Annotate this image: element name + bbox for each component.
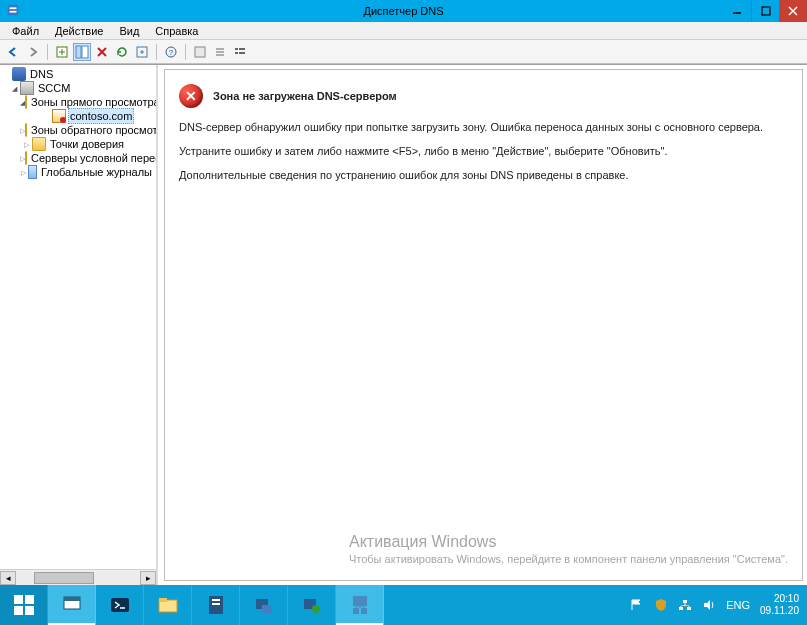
error-paragraph: Устраните ошибку и затем либо нажмите <F… xyxy=(179,144,788,158)
new-button[interactable] xyxy=(53,43,71,61)
server-manager-icon xyxy=(60,593,84,617)
windows-icon xyxy=(12,593,36,617)
svg-rect-1 xyxy=(10,7,17,9)
tree-reverse-zones[interactable]: Зоны обратного просмотра xyxy=(0,123,156,137)
refresh-button[interactable] xyxy=(113,43,131,61)
tree-panel: DNS SCCM Зоны прямого просмотра contoso.… xyxy=(0,65,158,585)
tree-label: Серверы условной пересылки xyxy=(29,151,156,165)
help-button[interactable]: ? xyxy=(162,43,180,61)
list2-icon xyxy=(233,45,247,59)
list1-icon xyxy=(213,45,227,59)
menu-view[interactable]: Вид xyxy=(111,23,147,39)
menu-action[interactable]: Действие xyxy=(47,23,111,39)
view-details-button[interactable] xyxy=(231,43,249,61)
title-bar: Диспетчер DNS xyxy=(0,0,807,22)
tray-clock[interactable]: 20:10 09.11.20 xyxy=(760,593,799,617)
svg-text:?: ? xyxy=(169,48,174,57)
close-button[interactable] xyxy=(779,0,807,22)
scroll-right-button[interactable]: ▸ xyxy=(140,571,156,585)
help-icon: ? xyxy=(164,45,178,59)
tree-label: Глобальные журналы xyxy=(39,165,154,179)
tray-sound-icon[interactable] xyxy=(702,598,716,612)
scroll-left-button[interactable]: ◂ xyxy=(0,571,16,585)
app-icon xyxy=(6,3,20,17)
watermark-text: Чтобы активировать Windows, перейдите в … xyxy=(349,553,788,566)
tree-horizontal-scrollbar[interactable]: ◂ ▸ xyxy=(0,569,156,585)
svg-rect-35 xyxy=(353,608,359,614)
task-app-1[interactable] xyxy=(192,585,240,625)
error-body: DNS-сервер обнаружил ошибку при попытке … xyxy=(179,120,788,182)
menu-file[interactable]: Файл xyxy=(4,23,47,39)
forward-button[interactable] xyxy=(24,43,42,61)
error-paragraph: DNS-сервер обнаружил ошибку при попытке … xyxy=(179,120,788,134)
task-explorer[interactable] xyxy=(144,585,192,625)
view-list-button[interactable] xyxy=(211,43,229,61)
filter-icon xyxy=(193,45,207,59)
zone-error-icon xyxy=(52,109,66,123)
folder-icon xyxy=(25,123,27,137)
folder-icon xyxy=(25,95,27,109)
svg-rect-19 xyxy=(25,595,34,604)
tree-trust-points[interactable]: Точки доверия xyxy=(0,137,156,151)
dns-manager-icon xyxy=(348,593,372,617)
maximize-button[interactable] xyxy=(751,0,779,22)
tree-zone-contoso[interactable]: contoso.com xyxy=(0,109,156,123)
minimize-button[interactable] xyxy=(723,0,751,22)
task-dns-manager[interactable] xyxy=(336,585,384,625)
svg-rect-21 xyxy=(25,606,34,615)
tray-flag-icon[interactable] xyxy=(630,598,644,612)
delete-icon xyxy=(95,45,109,59)
folder-icon xyxy=(32,137,46,151)
server-icon xyxy=(20,81,34,95)
svg-rect-16 xyxy=(235,52,238,54)
svg-rect-13 xyxy=(195,47,205,57)
svg-rect-0 xyxy=(8,5,19,16)
tree-view[interactable]: DNS SCCM Зоны прямого просмотра contoso.… xyxy=(0,65,156,569)
export-button[interactable] xyxy=(133,43,151,61)
tree-label: Зоны прямого просмотра xyxy=(29,95,156,109)
tray-language[interactable]: ENG xyxy=(726,599,750,611)
tray-network-icon[interactable] xyxy=(678,598,692,612)
menu-help[interactable]: Справка xyxy=(147,23,206,39)
svg-rect-34 xyxy=(353,596,367,606)
delete-button[interactable] xyxy=(93,43,111,61)
tree-root-dns[interactable]: DNS xyxy=(0,67,156,81)
tree-forward-zones[interactable]: Зоны прямого просмотра xyxy=(0,95,156,109)
task-server-manager[interactable] xyxy=(48,585,96,625)
task-app-2[interactable] xyxy=(240,585,288,625)
toolbar: ? xyxy=(0,40,807,64)
svg-rect-2 xyxy=(10,11,17,13)
menu-bar: Файл Действие Вид Справка xyxy=(0,22,807,40)
task-powershell[interactable] xyxy=(96,585,144,625)
tray-shield-icon[interactable] xyxy=(654,598,668,612)
tree-label: DNS xyxy=(28,67,55,81)
explorer-icon xyxy=(156,593,180,617)
svg-rect-26 xyxy=(159,598,167,602)
show-hide-tree-button[interactable] xyxy=(73,43,91,61)
svg-rect-17 xyxy=(239,52,245,54)
log-icon xyxy=(28,165,38,179)
filter-button[interactable] xyxy=(191,43,209,61)
svg-rect-28 xyxy=(212,599,220,601)
svg-rect-15 xyxy=(239,48,245,50)
app2-icon xyxy=(252,593,276,617)
new-icon xyxy=(55,45,69,59)
tree-conditional-forwarders[interactable]: Серверы условной пересылки xyxy=(0,151,156,165)
tree-server[interactable]: SCCM xyxy=(0,81,156,95)
error-icon: ✕ xyxy=(179,84,203,108)
svg-rect-20 xyxy=(14,606,23,615)
task-app-3[interactable] xyxy=(288,585,336,625)
tree-global-logs[interactable]: Глобальные журналы xyxy=(0,165,156,179)
back-button[interactable] xyxy=(4,43,22,61)
svg-rect-38 xyxy=(687,607,691,610)
scroll-thumb[interactable] xyxy=(34,572,94,584)
start-button[interactable] xyxy=(0,585,48,625)
svg-point-33 xyxy=(312,605,320,613)
svg-rect-8 xyxy=(76,46,81,58)
dns-icon xyxy=(12,67,26,81)
error-title: Зона не загружена DNS-сервером xyxy=(213,90,397,102)
svg-rect-31 xyxy=(262,605,272,613)
tree-label: Зоны обратного просмотра xyxy=(29,123,156,137)
svg-rect-23 xyxy=(64,597,80,601)
scroll-track[interactable] xyxy=(16,571,140,585)
